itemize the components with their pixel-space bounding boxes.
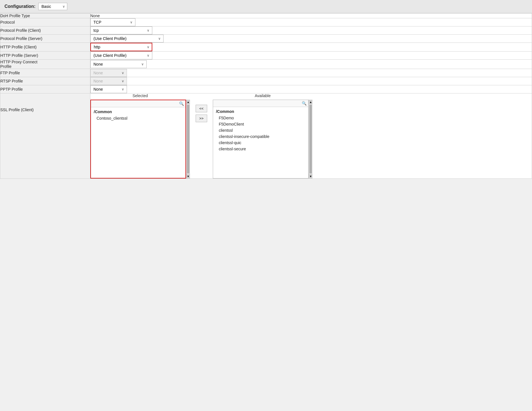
transfer-buttons: << >> xyxy=(193,105,209,122)
label-pptp-profile: PPTP Profile xyxy=(0,85,90,93)
ftp-profile-select[interactable]: None xyxy=(90,69,127,77)
ssl-selected-scroll-down[interactable]: ▼ xyxy=(186,174,190,178)
protocol-select[interactable]: TCP UDP xyxy=(90,18,135,26)
ssl-available-item-clientssl-insecure[interactable]: clientssl-insecure-compatible xyxy=(213,133,308,140)
ssl-selected-header: Selected xyxy=(133,93,148,98)
protocol-profile-server-dropdown-wrapper: (Use Client Profile) xyxy=(90,35,164,43)
page-wrapper: Configuration: Basic Advanced DoH Profil… xyxy=(0,0,532,411)
ssl-selected-list-row: 🔍 /Common Contoso_clientssl ▲ xyxy=(90,100,190,178)
value-ssl-profile-client: Selected 🔍 /Common Contoso_clientssl xyxy=(90,93,532,179)
http-profile-client-dropdown-wrapper: http None xyxy=(90,43,152,51)
ssl-selected-listbox: 🔍 /Common Contoso_clientssl xyxy=(90,100,186,178)
ssl-available-group-header: /Common xyxy=(213,108,308,115)
rtsp-profile-dropdown-wrapper: None xyxy=(90,77,127,85)
pptp-profile-select[interactable]: None xyxy=(90,85,127,93)
row-protocol-profile-server: Protocol Profile (Server) (Use Client Pr… xyxy=(0,35,532,43)
ssl-available-scroll-down[interactable]: ▼ xyxy=(309,174,312,178)
row-http-proxy-connect-profile: HTTP Proxy ConnectProfile None xyxy=(0,60,532,69)
ssl-available-item-f5demo[interactable]: F5Demo xyxy=(213,115,308,121)
value-pptp-profile: None xyxy=(90,85,532,93)
ssl-available-item-f5democlient[interactable]: F5DemoClient xyxy=(213,121,308,127)
ssl-available-list-content: /Common F5Demo F5DemoClient clientssl cl… xyxy=(213,107,308,178)
ssl-available-item-clientssl[interactable]: clientssl xyxy=(213,127,308,133)
ssl-selected-column: Selected 🔍 /Common Contoso_clientssl xyxy=(90,93,190,178)
label-rtsp-profile: RTSP Profile xyxy=(0,77,90,85)
ssl-available-scroll-thumb xyxy=(309,105,312,173)
row-http-profile-server: HTTP Profile (Server) (Use Client Profil… xyxy=(0,52,532,60)
ssl-available-item-clientssl-quic[interactable]: clientssl-quic xyxy=(213,140,308,146)
value-rtsp-profile: None xyxy=(90,77,532,85)
label-protocol-profile-server: Protocol Profile (Server) xyxy=(0,35,90,43)
label-protocol: Protocol xyxy=(0,18,90,26)
ssl-available-list-row: 🔍 /Common F5Demo F5DemoClient clientssl … xyxy=(213,100,312,178)
protocol-dropdown-wrapper: TCP UDP xyxy=(90,18,135,26)
http-proxy-connect-select[interactable]: None xyxy=(90,60,147,68)
ssl-available-column: Available 🔍 /Common F5Demo F5D xyxy=(213,93,312,178)
ssl-selected-group-header: /Common xyxy=(91,108,185,115)
row-protocol: Protocol TCP UDP xyxy=(0,18,532,26)
ssl-selected-list-content: /Common Contoso_clientssl xyxy=(91,107,185,178)
ssl-selected-search-icon[interactable]: 🔍 xyxy=(179,101,184,106)
http-profile-server-select[interactable]: (Use Client Profile) xyxy=(90,52,152,59)
ssl-available-scroll-up[interactable]: ▲ xyxy=(309,100,312,104)
ssl-columns: Selected 🔍 /Common Contoso_clientssl xyxy=(90,93,532,178)
value-http-profile-server: (Use Client Profile) xyxy=(90,52,532,60)
ssl-selected-scroll-thumb xyxy=(187,105,189,173)
ftp-profile-dropdown-wrapper: None xyxy=(90,69,127,77)
config-bar: Configuration: Basic Advanced xyxy=(0,0,532,13)
http-profile-client-select[interactable]: http None xyxy=(90,43,152,51)
config-select-wrapper: Basic Advanced xyxy=(38,3,67,10)
config-label: Configuration: xyxy=(5,4,35,9)
value-http-proxy-connect-profile: None xyxy=(90,60,532,69)
ssl-selected-item-contoso[interactable]: Contoso_clientssl xyxy=(91,115,185,121)
value-ftp-profile: None xyxy=(90,69,532,77)
protocol-profile-server-select[interactable]: (Use Client Profile) xyxy=(90,35,164,43)
row-rtsp-profile: RTSP Profile None xyxy=(0,77,532,85)
ssl-available-item-clientssl-secure[interactable]: clientssl-secure xyxy=(213,146,308,152)
doh-profile-type-value: None xyxy=(90,14,100,18)
value-protocol-profile-client: tcp xyxy=(90,26,532,35)
rtsp-profile-select[interactable]: None xyxy=(90,77,127,85)
ssl-available-header: Available xyxy=(255,93,271,98)
row-doh-profile-type: DoH Profile Type None xyxy=(0,14,532,18)
value-protocol: TCP UDP xyxy=(90,18,532,26)
row-ssl-profile-client: SSL Profile (Client) Selected 🔍 xyxy=(0,93,532,179)
ssl-available-search-bar: 🔍 xyxy=(213,100,308,107)
ssl-available-scrollbar: ▲ ▼ xyxy=(309,100,312,178)
http-proxy-connect-dropdown-wrapper: None xyxy=(90,60,147,68)
move-left-button[interactable]: << xyxy=(196,105,207,112)
label-ssl-profile-client: SSL Profile (Client) xyxy=(0,93,90,179)
label-ftp-profile: FTP Profile xyxy=(0,69,90,77)
value-doh-profile-type: None xyxy=(90,14,532,18)
protocol-profile-client-dropdown-wrapper: tcp xyxy=(90,26,152,34)
ssl-selected-search-bar: 🔍 xyxy=(91,100,185,107)
main-table: DoH Profile Type None Protocol TCP UDP xyxy=(0,13,532,179)
protocol-profile-client-select[interactable]: tcp xyxy=(90,26,152,34)
ssl-available-search-icon[interactable]: 🔍 xyxy=(302,101,307,106)
label-protocol-profile-client: Protocol Profile (Client) xyxy=(0,26,90,35)
pptp-profile-dropdown-wrapper: None xyxy=(90,85,127,93)
label-doh-profile-type: DoH Profile Type xyxy=(0,14,90,18)
ssl-selected-scroll-up[interactable]: ▲ xyxy=(186,100,190,104)
move-right-button[interactable]: >> xyxy=(196,115,207,122)
label-http-profile-client: HTTP Profile (Client) xyxy=(0,43,90,52)
row-http-profile-client: HTTP Profile (Client) http None xyxy=(0,43,532,52)
config-select[interactable]: Basic Advanced xyxy=(38,3,67,10)
value-protocol-profile-server: (Use Client Profile) xyxy=(90,35,532,43)
row-ftp-profile: FTP Profile None xyxy=(0,69,532,77)
label-http-profile-server: HTTP Profile (Server) xyxy=(0,52,90,60)
http-profile-server-dropdown-wrapper: (Use Client Profile) xyxy=(90,52,152,59)
ssl-selected-scrollbar: ▲ ▼ xyxy=(186,100,190,178)
label-http-proxy-connect-profile: HTTP Proxy ConnectProfile xyxy=(0,60,90,69)
row-protocol-profile-client: Protocol Profile (Client) tcp xyxy=(0,26,532,35)
ssl-available-listbox: 🔍 /Common F5Demo F5DemoClient clientssl … xyxy=(213,100,309,178)
value-http-profile-client: http None xyxy=(90,43,532,52)
row-pptp-profile: PPTP Profile None xyxy=(0,85,532,93)
